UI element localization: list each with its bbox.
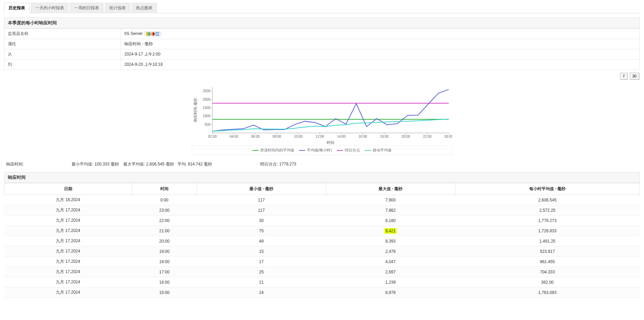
svg-text:00:00: 00:00	[444, 135, 452, 138]
column-header[interactable]: 时间	[132, 183, 197, 195]
table-cell: 16:00	[132, 277, 197, 287]
table-cell: 75	[197, 226, 326, 236]
legend-label-p95: 95百分点	[345, 148, 360, 153]
table-cell: 九月 17,2024	[4, 267, 132, 277]
range-toolbar: 7 30	[4, 70, 640, 82]
table-cell: 22:00	[132, 216, 197, 226]
legend-swatch-avg-selected	[252, 150, 259, 151]
data-section-title: 响应时间	[4, 172, 640, 183]
tab-1[interactable]: 一天的小时报表	[31, 3, 69, 13]
range-30-button[interactable]: 30	[630, 73, 639, 79]
table-cell: 1,779.273	[455, 216, 640, 226]
table-cell: 117	[197, 195, 326, 205]
table-cell: 1,239	[326, 277, 455, 287]
table-row: 九月 17,202421:00759,4211,726.833	[4, 226, 640, 236]
table-cell: 20:00	[132, 236, 197, 246]
legend-swatch-moving	[365, 150, 371, 151]
report-tabs: 历史报表一天的小时报表一周的日报表统计报表热点图表	[4, 3, 640, 13]
table-cell: 2,572.25	[455, 205, 640, 216]
section-title: 本季度的每小时响应时间	[4, 17, 640, 28]
range-7-button[interactable]: 7	[620, 73, 628, 79]
table-row: 九月 17,202416:00211,239382.00	[4, 277, 640, 287]
svg-text:18:00: 18:00	[380, 135, 388, 138]
table-row: 九月 17,202422:00306,1801,779.273	[4, 216, 640, 226]
table-cell: 九月 17,2024	[4, 236, 132, 246]
table-cell: 30	[197, 216, 326, 226]
stats-label: 响应时间:	[6, 161, 24, 167]
table-cell: 23:00	[132, 205, 197, 216]
svg-text:500: 500	[205, 123, 210, 126]
min-avg-value: 100.333 毫秒	[95, 162, 119, 167]
table-cell: 8,393	[326, 236, 455, 246]
chart-container: 500100015002000250002:0004:0006:0008:001…	[4, 82, 640, 158]
table-cell: 15:00	[132, 287, 197, 298]
table-cell: 25	[197, 267, 326, 277]
table-cell: 九月 17,2024	[4, 287, 132, 298]
info-row: 属性响应时间 - 毫秒	[4, 39, 640, 49]
p95-label: 95百分点:	[260, 162, 278, 167]
tab-3[interactable]: 统计报表	[105, 3, 130, 13]
table-cell: 704.333	[455, 267, 640, 277]
response-time-chart[interactable]: 500100015002000250002:0004:0006:0008:001…	[192, 84, 452, 145]
avg-value: 814.742 毫秒	[188, 162, 212, 167]
tab-4[interactable]: 热点图表	[132, 3, 157, 13]
svg-text:2500: 2500	[203, 89, 211, 93]
table-cell: 861.455	[455, 257, 640, 267]
svg-text:时间: 时间	[327, 140, 334, 145]
table-cell: 15	[197, 246, 326, 257]
table-row: 九月 17,202420:00498,3931,491.25	[4, 236, 640, 246]
table-cell: 九月 17,2024	[4, 277, 132, 287]
legend-label-moving: 移动平均值	[373, 148, 392, 153]
max-avg-label: 最大平均值:	[123, 162, 145, 167]
column-header[interactable]: 最小值 - 毫秒	[197, 183, 326, 195]
table-cell: 6,180	[326, 216, 455, 226]
monitor-actions-icon[interactable]	[145, 32, 161, 36]
table-cell: 1,726.833	[455, 226, 640, 236]
svg-text:20:00: 20:00	[401, 135, 410, 138]
table-cell: 8,978	[326, 287, 455, 298]
info-key: 属性	[4, 39, 121, 49]
tab-2[interactable]: 一周的日报表	[70, 3, 103, 13]
table-cell: 九月 17,2024	[4, 226, 132, 236]
table-row: 九月 18,20240:001177,9002,606.545	[4, 195, 640, 205]
tab-0[interactable]: 历史报表	[4, 3, 29, 13]
svg-text:02:00: 02:00	[208, 135, 216, 138]
table-cell: 1,763.083	[455, 287, 640, 298]
table-cell: 2,606.545	[455, 195, 640, 205]
svg-text:06:00: 06:00	[251, 135, 260, 138]
table-cell: 17	[197, 257, 326, 267]
table-cell: 24	[197, 287, 326, 298]
svg-text:1500: 1500	[203, 106, 211, 110]
svg-text:22:00: 22:00	[423, 135, 432, 138]
table-cell: 18:00	[132, 257, 197, 267]
response-time-table: 日期时间最小值 - 毫秒最大值 - 毫秒每小时平均值 - 毫秒 九月 18,20…	[4, 183, 640, 298]
info-key: 到	[4, 60, 121, 70]
svg-text:12:00: 12:00	[315, 135, 324, 138]
info-row: 到2024-9-20 上午10:18	[4, 60, 640, 70]
column-header[interactable]: 日期	[4, 183, 132, 195]
info-value: 2024-9-17 上午2:00	[121, 49, 640, 60]
column-header[interactable]: 每小时平均值 - 毫秒	[455, 183, 640, 195]
table-row: 九月 17,202417:00252,697704.333	[4, 267, 640, 277]
table-cell: 21:00	[132, 226, 197, 236]
svg-text:2000: 2000	[203, 98, 211, 101]
table-cell: 382.00	[455, 277, 640, 287]
info-key: 从	[4, 49, 121, 60]
column-header[interactable]: 最大值 - 毫秒	[326, 183, 455, 195]
stats-summary: 响应时间: 最小平均值: 100.333 毫秒 最大平均值: 2,606.545…	[4, 158, 640, 172]
table-cell: 7,900	[326, 195, 455, 205]
table-row: 九月 17,202419:00152,478523.917	[4, 246, 640, 257]
table-cell: 49	[197, 236, 326, 246]
table-cell: 2,697	[326, 267, 455, 277]
chart-legend: 所选时间内的平均值 平均值(每小时) 95百分点 移动平均值	[192, 145, 452, 155]
table-cell: 117	[197, 205, 326, 216]
table-row: 九月 17,202423:001177,8622,572.25	[4, 205, 640, 216]
table-cell: 九月 17,2024	[4, 205, 132, 216]
info-key: 监视器名称	[4, 29, 121, 39]
table-cell: 4,047	[326, 257, 455, 267]
info-value: 2024-9-20 上午10:18	[121, 60, 640, 70]
table-cell: 7,862	[326, 205, 455, 216]
table-cell: 0:00	[132, 195, 197, 205]
legend-label-avg-hourly: 平均值(每小时)	[307, 148, 332, 153]
svg-text:14:00: 14:00	[337, 135, 346, 138]
